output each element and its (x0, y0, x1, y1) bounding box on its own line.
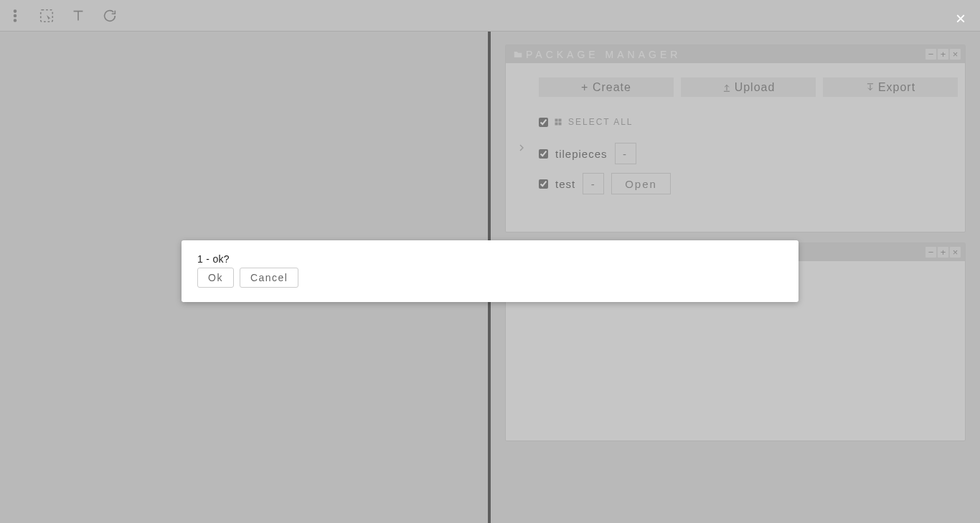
ok-button[interactable]: Ok (197, 268, 234, 288)
dialog-message: 1 - ok? (197, 253, 783, 265)
confirm-dialog: 1 - ok? Ok Cancel (182, 240, 798, 302)
cancel-button[interactable]: Cancel (240, 268, 299, 288)
close-icon[interactable]: × (956, 9, 966, 29)
